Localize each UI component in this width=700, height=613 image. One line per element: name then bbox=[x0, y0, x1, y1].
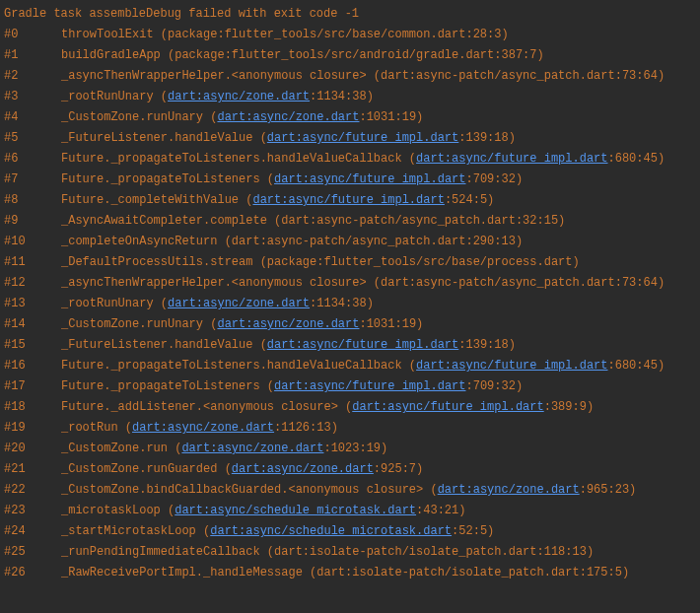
source-link[interactable]: dart:async/zone.dart bbox=[181, 442, 323, 455]
frame-location: :43:21) bbox=[416, 504, 465, 517]
frame-text: _asyncThenWrapperHelper.<anonymous closu… bbox=[61, 276, 665, 290]
frame-text: _CustomZone.runUnary ( bbox=[61, 110, 217, 124]
error-header: Gradle task assembleDebug failed with ex… bbox=[4, 4, 696, 25]
frame-location: :709:32) bbox=[465, 379, 523, 393]
frame-location: :1134:38) bbox=[310, 90, 374, 103]
stack-frame: #25_runPendingImmediateCallback (dart:is… bbox=[4, 542, 696, 563]
stack-frame: #2_asyncThenWrapperHelper.<anonymous clo… bbox=[4, 66, 696, 87]
stack-frame: #5_FutureListener.handleValue (dart:asyn… bbox=[4, 128, 696, 149]
source-link[interactable]: dart:async/zone.dart bbox=[168, 90, 310, 103]
frame-number: #25 bbox=[4, 542, 61, 563]
frame-text: _rootRunUnary ( bbox=[61, 297, 168, 310]
frame-number: #18 bbox=[4, 397, 61, 418]
frame-text: _runPendingImmediateCallback (dart:isola… bbox=[61, 545, 594, 559]
source-link[interactable]: dart:async/zone.dart bbox=[132, 421, 274, 435]
console-output: Gradle task assembleDebug failed with ex… bbox=[4, 4, 696, 583]
frame-number: #24 bbox=[4, 521, 61, 542]
frame-number: #23 bbox=[4, 501, 61, 521]
frame-location: :1031:19) bbox=[359, 110, 423, 124]
frame-text: Future._propagateToListeners ( bbox=[61, 172, 274, 186]
stack-frame: #12_asyncThenWrapperHelper.<anonymous cl… bbox=[4, 273, 696, 294]
frame-number: #9 bbox=[4, 211, 61, 232]
stack-frame: #15_FutureListener.handleValue (dart:asy… bbox=[4, 335, 696, 356]
frame-number: #5 bbox=[4, 128, 61, 149]
source-link[interactable]: dart:async/future_impl.dart bbox=[416, 152, 607, 166]
frame-number: #1 bbox=[4, 45, 61, 66]
source-link[interactable]: dart:async/zone.dart bbox=[168, 297, 310, 310]
frame-location: :1134:38) bbox=[310, 297, 374, 310]
frame-number: #20 bbox=[4, 439, 61, 459]
source-link[interactable]: dart:async/future_impl.dart bbox=[274, 172, 465, 186]
source-link[interactable]: dart:async/schedule_microtask.dart bbox=[175, 504, 416, 517]
source-link[interactable]: dart:async/zone.dart bbox=[217, 317, 359, 331]
stack-frame: #13_rootRunUnary (dart:async/zone.dart:1… bbox=[4, 294, 696, 314]
stack-frame: #3_rootRunUnary (dart:async/zone.dart:11… bbox=[4, 87, 696, 107]
source-link[interactable]: dart:async/future_impl.dart bbox=[267, 338, 458, 352]
source-link[interactable]: dart:async/future_impl.dart bbox=[274, 379, 465, 393]
frame-location: :52:5) bbox=[452, 524, 494, 538]
source-link[interactable]: dart:async/future_impl.dart bbox=[267, 131, 458, 145]
frame-number: #7 bbox=[4, 170, 61, 190]
frame-number: #22 bbox=[4, 480, 61, 501]
source-link[interactable]: dart:async/zone.dart bbox=[438, 483, 580, 497]
frame-text: _CustomZone.bindCallbackGuarded.<anonymo… bbox=[61, 483, 438, 497]
source-link[interactable]: dart:async/zone.dart bbox=[217, 110, 359, 124]
frame-number: #8 bbox=[4, 190, 61, 211]
frame-text: Future._propagateToListeners ( bbox=[61, 379, 274, 393]
frame-number: #13 bbox=[4, 294, 61, 314]
frame-location: :1126:13) bbox=[274, 421, 338, 435]
frame-text: Future._completeWithValue ( bbox=[61, 193, 252, 207]
frame-location: :965:23) bbox=[580, 483, 637, 497]
stack-frame: #17Future._propagateToListeners (dart:as… bbox=[4, 376, 696, 397]
frame-number: #12 bbox=[4, 273, 61, 294]
frame-text: _asyncThenWrapperHelper.<anonymous closu… bbox=[61, 69, 665, 83]
stack-frame: #24_startMicrotaskLoop (dart:async/sched… bbox=[4, 521, 696, 542]
frame-number: #19 bbox=[4, 418, 61, 439]
frame-number: #2 bbox=[4, 66, 61, 87]
frame-text: _FutureListener.handleValue ( bbox=[61, 131, 267, 145]
stack-frame: #23_microtaskLoop (dart:async/schedule_m… bbox=[4, 501, 696, 521]
frame-text: buildGradleApp (package:flutter_tools/sr… bbox=[61, 48, 544, 62]
frame-text: _AsyncAwaitCompleter.complete (dart:asyn… bbox=[61, 214, 565, 228]
stack-frame: #1buildGradleApp (package:flutter_tools/… bbox=[4, 45, 696, 66]
frame-text: Future._propagateToListeners.handleValue… bbox=[61, 152, 416, 166]
frame-text: _microtaskLoop ( bbox=[61, 504, 175, 517]
frame-location: :925:7) bbox=[374, 462, 423, 476]
frame-location: :1031:19) bbox=[359, 317, 423, 331]
stack-frame: #9_AsyncAwaitCompleter.complete (dart:as… bbox=[4, 211, 696, 232]
source-link[interactable]: dart:async/schedule_microtask.dart bbox=[210, 524, 452, 538]
frame-text: _FutureListener.handleValue ( bbox=[61, 338, 267, 352]
frame-text: _rootRunUnary ( bbox=[61, 90, 168, 103]
frame-location: :139:18) bbox=[458, 131, 516, 145]
stack-frame: #14_CustomZone.runUnary (dart:async/zone… bbox=[4, 314, 696, 335]
source-link[interactable]: dart:async/future_impl.dart bbox=[352, 400, 543, 414]
frame-text: throwToolExit (package:flutter_tools/src… bbox=[61, 28, 509, 41]
source-link[interactable]: dart:async/zone.dart bbox=[232, 462, 374, 476]
frame-number: #15 bbox=[4, 335, 61, 356]
frame-text: _startMicrotaskLoop ( bbox=[61, 524, 210, 538]
frame-text: _completeOnAsyncReturn (dart:async-patch… bbox=[61, 235, 523, 248]
stack-frame: #4_CustomZone.runUnary (dart:async/zone.… bbox=[4, 107, 696, 128]
frame-text: _CustomZone.run ( bbox=[61, 442, 181, 455]
frame-number: #11 bbox=[4, 252, 61, 273]
frame-number: #14 bbox=[4, 314, 61, 335]
frame-location: :709:32) bbox=[465, 172, 523, 186]
frame-number: #6 bbox=[4, 149, 61, 170]
frame-location: :139:18) bbox=[458, 338, 516, 352]
frame-number: #4 bbox=[4, 107, 61, 128]
frame-number: #3 bbox=[4, 87, 61, 107]
frame-text: _CustomZone.runGuarded ( bbox=[61, 462, 232, 476]
frame-text: Future._propagateToListeners.handleValue… bbox=[61, 359, 416, 373]
stack-frame: #20_CustomZone.run (dart:async/zone.dart… bbox=[4, 439, 696, 459]
stack-frame: #19_rootRun (dart:async/zone.dart:1126:1… bbox=[4, 418, 696, 439]
frame-text: _CustomZone.runUnary ( bbox=[61, 317, 217, 331]
stack-frame: #6Future._propagateToListeners.handleVal… bbox=[4, 149, 696, 170]
stack-frame: #21_CustomZone.runGuarded (dart:async/zo… bbox=[4, 459, 696, 480]
source-link[interactable]: dart:async/future_impl.dart bbox=[252, 193, 444, 207]
frame-number: #10 bbox=[4, 232, 61, 252]
source-link[interactable]: dart:async/future_impl.dart bbox=[416, 359, 607, 373]
stack-frame: #8Future._completeWithValue (dart:async/… bbox=[4, 190, 696, 211]
stack-trace: #0throwToolExit (package:flutter_tools/s… bbox=[4, 25, 696, 583]
frame-location: :680:45) bbox=[608, 152, 665, 166]
stack-frame: #10_completeOnAsyncReturn (dart:async-pa… bbox=[4, 232, 696, 252]
